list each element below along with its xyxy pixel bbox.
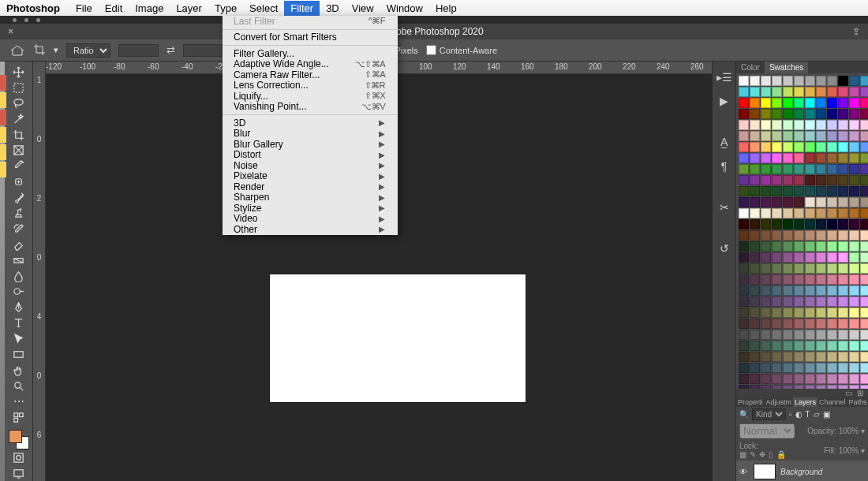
document-canvas[interactable] bbox=[270, 274, 526, 402]
swatch[interactable] bbox=[816, 208, 826, 218]
swatch[interactable] bbox=[816, 219, 826, 229]
swatch[interactable] bbox=[827, 374, 837, 384]
layer-name[interactable]: Background bbox=[780, 468, 822, 476]
swatch[interactable] bbox=[816, 98, 826, 108]
swatch[interactable] bbox=[827, 186, 837, 196]
swatch[interactable] bbox=[805, 98, 815, 108]
swatch[interactable] bbox=[783, 186, 793, 196]
swatch[interactable] bbox=[860, 352, 868, 362]
swatch[interactable] bbox=[849, 285, 859, 296]
swatch[interactable] bbox=[794, 285, 804, 296]
swatch[interactable] bbox=[860, 252, 868, 263]
swatch[interactable] bbox=[783, 98, 793, 108]
swatch[interactable] bbox=[750, 186, 760, 196]
blend-mode-select[interactable]: Normal bbox=[739, 423, 795, 438]
swatch[interactable] bbox=[827, 341, 837, 351]
tab-color[interactable]: Color bbox=[736, 62, 765, 73]
swatch[interactable] bbox=[772, 87, 782, 97]
swatch[interactable] bbox=[816, 252, 826, 263]
menu-video[interactable]: Video▶ bbox=[223, 214, 398, 225]
swatch[interactable] bbox=[750, 330, 760, 340]
swatch[interactable] bbox=[794, 142, 804, 152]
swatch[interactable] bbox=[860, 285, 868, 296]
swatch[interactable] bbox=[750, 175, 760, 185]
swatch[interactable] bbox=[805, 164, 815, 174]
lock-artboard-icon[interactable]: ▯ bbox=[769, 450, 773, 459]
swatch[interactable] bbox=[849, 374, 859, 384]
swatch[interactable] bbox=[838, 274, 848, 285]
swatch[interactable] bbox=[838, 120, 848, 130]
swatch[interactable] bbox=[805, 197, 815, 207]
menu-adaptive-wide-angle-[interactable]: Adaptive Wide Angle...⌥⇧⌘A bbox=[223, 59, 398, 70]
swatch[interactable] bbox=[805, 131, 815, 141]
swatch[interactable] bbox=[849, 164, 859, 174]
swatch[interactable] bbox=[838, 252, 848, 263]
clone-stamp-tool[interactable] bbox=[8, 206, 30, 221]
swatch[interactable] bbox=[827, 241, 837, 252]
history-brush-tool[interactable] bbox=[8, 222, 30, 237]
swatch[interactable] bbox=[860, 120, 868, 130]
swatch[interactable] bbox=[805, 352, 815, 362]
swatch[interactable] bbox=[860, 175, 868, 185]
swatch[interactable] bbox=[827, 98, 837, 108]
min-dot-icon[interactable] bbox=[24, 18, 28, 22]
swatch[interactable] bbox=[761, 230, 771, 240]
swatch[interactable] bbox=[805, 319, 815, 329]
swatch[interactable] bbox=[838, 175, 848, 185]
swatch[interactable] bbox=[761, 142, 771, 152]
swatch[interactable] bbox=[805, 208, 815, 218]
swatch[interactable] bbox=[761, 109, 771, 119]
swatch[interactable] bbox=[860, 319, 868, 329]
swatch[interactable] bbox=[783, 308, 793, 318]
swatch[interactable] bbox=[750, 341, 760, 351]
swatch[interactable] bbox=[772, 186, 782, 196]
swatch[interactable] bbox=[761, 87, 771, 97]
swatch[interactable] bbox=[860, 142, 868, 152]
layer-filter-select[interactable]: Kind bbox=[752, 408, 786, 420]
swatch[interactable] bbox=[849, 363, 859, 373]
swatch[interactable] bbox=[827, 352, 837, 362]
quickmask-tool[interactable] bbox=[8, 450, 30, 465]
swatch[interactable] bbox=[794, 296, 804, 307]
home-icon[interactable] bbox=[9, 44, 25, 57]
swatch[interactable] bbox=[772, 330, 782, 340]
swatch[interactable] bbox=[838, 208, 848, 218]
search-icon[interactable]: 🔍 bbox=[739, 410, 749, 419]
swatch[interactable] bbox=[772, 98, 782, 108]
swatch[interactable] bbox=[838, 219, 848, 229]
play-icon[interactable]: ▶ bbox=[720, 95, 728, 107]
swatch[interactable] bbox=[739, 76, 749, 86]
menu-select[interactable]: Select bbox=[243, 1, 284, 16]
swatch[interactable] bbox=[772, 76, 782, 86]
ratio-select[interactable]: Ratio bbox=[66, 43, 110, 58]
swatch[interactable] bbox=[794, 230, 804, 240]
swatch[interactable] bbox=[838, 330, 848, 340]
layer-thumbnail[interactable] bbox=[754, 464, 776, 479]
swatch[interactable] bbox=[772, 252, 782, 263]
gradient-tool[interactable] bbox=[8, 253, 30, 268]
menu-vanishing-point-[interactable]: Vanishing Point...⌥⌘V bbox=[223, 102, 398, 113]
swatch[interactable] bbox=[816, 186, 826, 196]
swatch[interactable] bbox=[849, 274, 859, 285]
swatch[interactable] bbox=[794, 352, 804, 362]
swatch[interactable] bbox=[739, 296, 749, 307]
swatch[interactable] bbox=[849, 175, 859, 185]
swatch[interactable] bbox=[750, 308, 760, 318]
swatch[interactable] bbox=[816, 142, 826, 152]
type-tool[interactable] bbox=[8, 315, 30, 330]
swatch[interactable] bbox=[838, 131, 848, 141]
menu-image[interactable]: Image bbox=[129, 1, 170, 16]
swatch[interactable] bbox=[783, 352, 793, 362]
swatch[interactable] bbox=[827, 76, 837, 86]
swatch[interactable] bbox=[794, 120, 804, 130]
swatch[interactable] bbox=[761, 76, 771, 86]
swatch[interactable] bbox=[827, 230, 837, 240]
swatch[interactable] bbox=[827, 175, 837, 185]
swatch[interactable] bbox=[849, 76, 859, 86]
swatch[interactable] bbox=[739, 197, 749, 207]
swatch[interactable] bbox=[849, 131, 859, 141]
swatch[interactable] bbox=[783, 274, 793, 285]
tab-properties[interactable]: Properti bbox=[736, 397, 765, 407]
menu-pixelate[interactable]: Pixelate▶ bbox=[223, 171, 398, 182]
swatch[interactable] bbox=[772, 296, 782, 307]
